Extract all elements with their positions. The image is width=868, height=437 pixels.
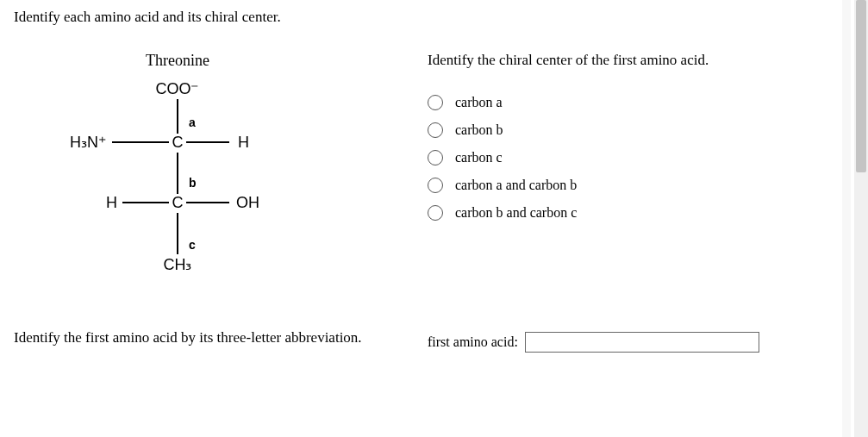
radio-icon[interactable]	[428, 178, 443, 193]
option-row[interactable]: carbon a	[428, 95, 854, 110]
molecule-title: Threonine	[66, 52, 290, 70]
option-row[interactable]: carbon b	[428, 122, 854, 138]
group-ch3: CH₃	[164, 256, 192, 273]
inner-scrollbar[interactable]	[842, 0, 851, 437]
option-row[interactable]: carbon b and carbon c	[428, 205, 854, 221]
outer-scrollbar-thumb[interactable]	[856, 0, 866, 172]
abbrev-input-label: first amino acid:	[428, 334, 518, 350]
question-heading: Identify the chiral center of the first …	[428, 52, 854, 69]
radio-icon[interactable]	[428, 205, 443, 221]
radio-icon[interactable]	[428, 95, 443, 110]
outer-scrollbar-track[interactable]	[854, 0, 868, 437]
page-heading: Identify each amino acid and its chiral …	[14, 9, 854, 26]
label-b: b	[189, 176, 197, 190]
label-c: c	[189, 238, 196, 252]
question-panel: Identify the chiral center of the first …	[419, 52, 854, 301]
abbrev-input[interactable]	[525, 332, 759, 353]
option-label: carbon a and carbon b	[455, 178, 577, 193]
molecule-structure: COO⁻ a H₃N⁺ C H b H	[66, 77, 290, 301]
option-label: carbon b	[455, 122, 503, 138]
abbrev-prompt: Identify the first amino acid by its thr…	[14, 327, 419, 349]
option-row[interactable]: carbon a and carbon b	[428, 178, 854, 193]
option-row[interactable]: carbon c	[428, 150, 854, 165]
label-a: a	[189, 115, 196, 129]
option-label: carbon b and carbon c	[455, 205, 577, 221]
radio-icon[interactable]	[428, 150, 443, 165]
option-label: carbon a	[455, 95, 503, 110]
group-h-left-b: H	[106, 194, 117, 211]
option-label: carbon c	[455, 150, 503, 165]
group-h3n: H₃N⁺	[70, 134, 107, 151]
carbon-b: C	[172, 194, 184, 211]
group-h-right-a: H	[238, 134, 249, 151]
group-coo: COO⁻	[155, 80, 199, 97]
molecule-panel: Threonine COO⁻ a H₃N⁺ C H	[14, 52, 419, 301]
carbon-a: C	[172, 134, 184, 151]
group-oh: OH	[236, 194, 259, 211]
radio-icon[interactable]	[428, 122, 443, 138]
